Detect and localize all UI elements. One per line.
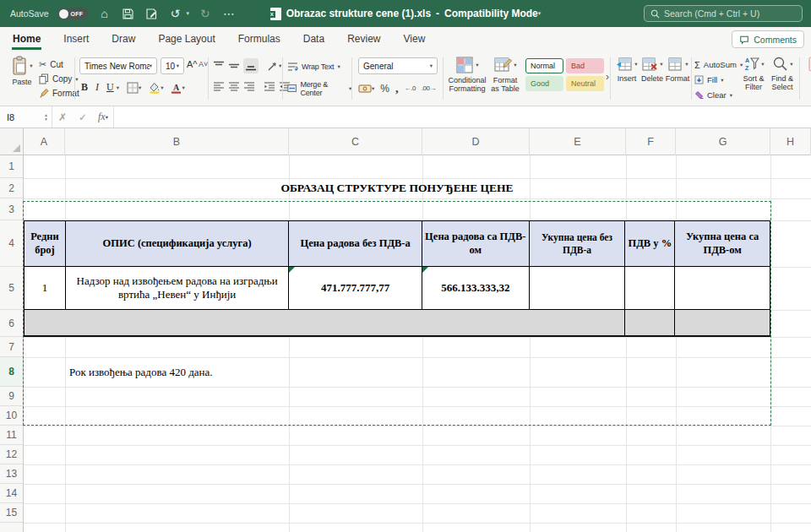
cell-A5[interactable]: 1 — [24, 267, 66, 309]
fill-button[interactable]: Fill▾ — [694, 73, 743, 86]
insert-cells-button[interactable]: ▾ Insert — [615, 56, 639, 83]
align-center-icon[interactable] — [228, 81, 240, 91]
tab-draw[interactable]: Draw — [111, 29, 136, 50]
spinner-down-icon[interactable]: ▼ — [44, 117, 48, 122]
row-header-14[interactable]: 14 — [0, 484, 23, 503]
more-commands-icon[interactable]: ⋯ — [221, 6, 237, 21]
save-icon[interactable] — [120, 6, 135, 21]
increase-decimal-icon[interactable]: ←.0 — [405, 84, 416, 92]
column-header-H[interactable]: H — [770, 128, 811, 155]
comma-style-icon[interactable]: , — [395, 81, 399, 95]
confirm-entry-icon[interactable]: ✓ — [73, 106, 93, 128]
fill-color-button[interactable]: ▾ — [149, 82, 163, 94]
orientation-button[interactable]: ▾ — [267, 61, 281, 72]
merge-center-button[interactable]: Merge & Center▾ — [287, 82, 351, 95]
align-bottom-icon[interactable] — [243, 58, 259, 73]
tab-insert[interactable]: Insert — [63, 29, 90, 50]
header-pdv-procenat[interactable]: ПДВ у % — [625, 221, 675, 266]
styles-gallery-next-icon[interactable]: › — [606, 71, 609, 83]
row-header-8[interactable]: 8 — [0, 357, 23, 387]
bold-button[interactable]: B — [81, 81, 88, 94]
table-data-row[interactable]: 1 Надзор над извођењем радова на изградњ… — [24, 267, 770, 310]
style-neutral[interactable]: Neutral — [566, 76, 604, 91]
italic-button[interactable]: I — [95, 81, 99, 94]
style-good[interactable]: Good — [525, 76, 563, 91]
row-header-15[interactable]: 15 — [0, 503, 23, 523]
row-header-4[interactable]: 4 — [0, 220, 23, 267]
font-size-select[interactable]: 10▾ — [161, 57, 184, 74]
percent-style-icon[interactable]: % — [380, 83, 389, 95]
row-header-1[interactable]: 1 — [0, 155, 23, 178]
copy-button[interactable]: Copy▾ — [39, 73, 79, 85]
column-header-C[interactable]: C — [289, 128, 422, 155]
align-middle-icon[interactable] — [228, 61, 240, 71]
format-painter-button[interactable]: Format — [39, 87, 79, 100]
cell-F6[interactable] — [625, 310, 675, 335]
autosum-button[interactable]: ΣAutoSum▾ — [694, 58, 743, 71]
row-header-2[interactable]: 2 — [0, 178, 23, 198]
insert-function-button[interactable]: fx▾ — [93, 106, 113, 128]
table-muted-row[interactable] — [24, 310, 770, 337]
tab-home[interactable]: Home — [12, 29, 41, 50]
header-ukupna-bez-pdv[interactable]: Укупна цена без ПДВ-а — [530, 221, 626, 266]
cut-button[interactable]: ✂Cut — [39, 58, 79, 71]
borders-button[interactable]: ▾ — [127, 82, 141, 94]
conditional-formatting-button[interactable]: ▾ Conditional Formatting — [448, 56, 487, 93]
column-header-E[interactable]: E — [530, 128, 626, 155]
addins-button-partial[interactable]: Ad — [803, 56, 811, 83]
wrap-text-button[interactable]: Wrap Text▾ — [287, 60, 340, 73]
redo-icon[interactable]: ↻ — [198, 6, 213, 21]
find-select-button[interactable]: ▾ Find & Select — [769, 56, 796, 91]
align-top-icon[interactable] — [213, 61, 225, 71]
font-color-button[interactable]: A ▾ — [171, 82, 184, 94]
align-right-icon[interactable] — [243, 81, 255, 91]
accounting-format-button[interactable]: ▾ — [358, 84, 374, 94]
style-normal[interactable]: Normal — [525, 58, 563, 73]
undo-dropdown-icon[interactable]: ▾ — [186, 10, 189, 17]
paste-dropdown-icon[interactable]: ▾ — [30, 62, 32, 69]
cell-B8-note[interactable]: Рок извођења радова 420 дана. — [69, 357, 213, 387]
header-redni-broj[interactable]: Редни број — [24, 221, 66, 266]
paste-button[interactable]: ▾ Paste — [7, 56, 37, 86]
format-as-table-button[interactable]: ▾ Format as Table — [488, 56, 522, 93]
delete-cells-button[interactable]: ▾ Delete — [640, 56, 664, 83]
row-header-9[interactable]: 9 — [0, 387, 23, 406]
home-icon[interactable]: ⌂ — [96, 6, 112, 21]
row-header-10[interactable]: 10 — [0, 406, 23, 426]
save-as-icon[interactable] — [144, 6, 159, 21]
select-all-corner[interactable] — [0, 128, 24, 155]
cell-F5[interactable] — [625, 267, 675, 309]
clear-button[interactable]: Clear▾ — [694, 89, 743, 101]
column-header-D[interactable]: D — [422, 128, 530, 155]
row-header-6[interactable]: 6 — [0, 310, 23, 337]
cell-C5[interactable]: 471.777.777,77 — [289, 267, 422, 309]
row-header-12[interactable]: 12 — [0, 445, 23, 464]
header-ukupna-sa-pdv[interactable]: Укупна цена са ПДВ-ом — [675, 221, 770, 266]
underline-button[interactable]: U — [106, 81, 114, 94]
undo-icon[interactable]: ↺ — [167, 6, 182, 21]
tab-view[interactable]: View — [403, 29, 427, 50]
row-header-3[interactable]: 3 — [0, 198, 23, 220]
format-cells-button[interactable]: ▾ Format — [666, 56, 689, 83]
tab-data[interactable]: Data — [302, 29, 325, 50]
column-header-G[interactable]: G — [676, 128, 770, 155]
name-box-spinner[interactable]: ▲▼ — [44, 113, 48, 122]
header-opis[interactable]: ОПИС (спецификација услуга) — [66, 221, 289, 266]
column-header-A[interactable]: A — [24, 128, 65, 155]
underline-dropdown-icon[interactable]: ▾ — [117, 84, 119, 91]
cell-A6-E6[interactable] — [24, 310, 625, 335]
autosave-toggle[interactable]: OFF — [57, 8, 89, 19]
header-cena-bez-pdv[interactable]: Цена радова без ПДВ-а — [289, 221, 422, 266]
tab-review[interactable]: Review — [346, 29, 381, 50]
cell-G6[interactable] — [675, 310, 770, 335]
increase-font-icon[interactable]: A^ — [187, 59, 198, 69]
cell-E5[interactable] — [530, 267, 626, 309]
decrease-decimal-icon[interactable]: .00→ — [422, 84, 436, 92]
cancel-entry-icon[interactable]: ✗ — [52, 106, 73, 128]
row-header-11[interactable]: 11 — [0, 426, 23, 445]
search-box[interactable]: Search (Cmd + Ctrl + U) — [644, 5, 803, 22]
font-name-select[interactable]: Times New Roman▾ — [79, 57, 157, 74]
row-header-5[interactable]: 5 — [0, 267, 23, 310]
column-header-F[interactable]: F — [626, 128, 676, 155]
comments-button[interactable]: Comments — [732, 30, 804, 48]
